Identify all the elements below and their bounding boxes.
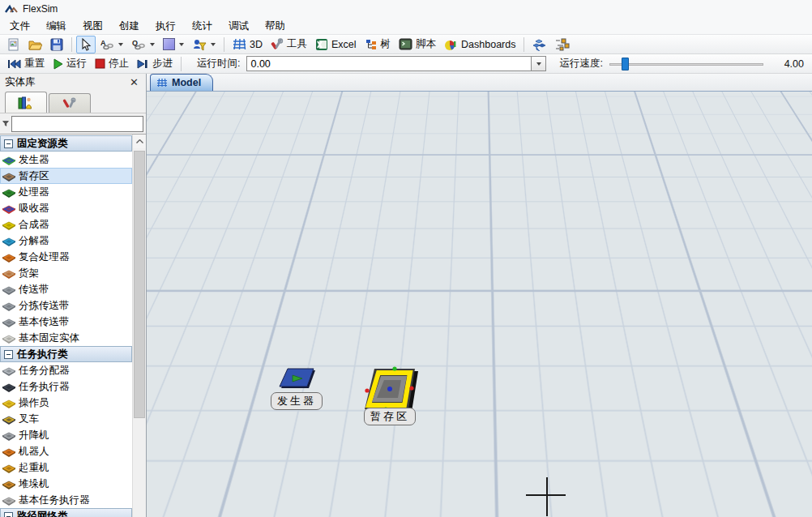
run-speed-slider[interactable] [609, 57, 763, 71]
run-time-dropdown-button[interactable] [532, 56, 546, 71]
object-source[interactable] [276, 364, 318, 391]
object-class-icon [2, 234, 16, 247]
create-object-color-button[interactable] [159, 36, 188, 53]
collapse-icon[interactable] [4, 350, 13, 359]
library-item[interactable]: 分解器 [0, 233, 132, 249]
stop-button[interactable]: 停止 [91, 55, 133, 73]
run-button[interactable]: 运行 [49, 55, 91, 73]
module-blocks-button[interactable] [528, 36, 551, 53]
object-source-label: 发生器 [271, 392, 323, 410]
menu-item-1[interactable]: 编辑 [38, 18, 75, 35]
library-item[interactable]: 分拣传送带 [0, 297, 132, 314]
view-filter-button[interactable] [188, 36, 220, 53]
library-item[interactable]: 机器人 [0, 443, 132, 459]
library-item-label: 基本传送带 [19, 315, 70, 329]
step-button[interactable]: 步进 [133, 55, 177, 73]
main-toolbar: A Q 3D 工具 Excel 树 脚本 Dashboards [0, 35, 812, 54]
object-class-icon [2, 396, 16, 409]
library-group-header[interactable]: 固定资源类 [0, 135, 132, 152]
object-class-icon [2, 218, 16, 231]
library-group-header[interactable]: 任务执行类 [0, 346, 132, 362]
menu-item-0[interactable]: 文件 [2, 18, 38, 35]
close-panel-icon[interactable]: ✕ [127, 76, 141, 88]
library-item-label: 堆垛机 [19, 477, 49, 491]
library-item[interactable]: 任务分配器 [0, 362, 132, 378]
menu-item-2[interactable]: 视图 [75, 18, 111, 35]
library-item-label: 操作员 [19, 396, 49, 410]
connect-objects-q-button[interactable]: Q [127, 36, 159, 53]
tab-model[interactable]: Model [150, 74, 213, 91]
new-model-button[interactable] [3, 36, 24, 53]
color-dropdown-caret[interactable] [179, 43, 184, 46]
library-item[interactable]: 复合处理器 [0, 249, 132, 265]
viewport-3d[interactable]: 发生器 暂存区 [147, 92, 812, 517]
object-queue-label: 暂存区 [364, 408, 416, 425]
save-button[interactable] [46, 36, 67, 53]
library-item[interactable]: 任务执行器 [0, 378, 132, 395]
object-class-icon [2, 380, 16, 393]
library-scrollbar[interactable] [132, 135, 146, 517]
view-3d-button[interactable]: 3D [229, 36, 267, 53]
collapse-icon[interactable] [4, 139, 13, 148]
menu-item-6[interactable]: 调试 [220, 18, 257, 35]
library-item[interactable]: 操作员 [0, 395, 132, 411]
tab-toolbox[interactable] [49, 93, 91, 113]
library-item[interactable]: 暂存区 [0, 168, 132, 184]
dashboards-button[interactable]: Dashboards [440, 36, 519, 53]
library-item[interactable]: 货架 [0, 265, 132, 281]
library-item[interactable]: 处理器 [0, 184, 132, 200]
library-item[interactable]: 基本任务执行器 [0, 492, 132, 508]
menubar: 文件编辑视图创建执行统计调试帮助 [0, 18, 812, 35]
library-item[interactable]: 吸收器 [0, 200, 132, 216]
tree-button[interactable]: 树 [361, 36, 395, 53]
run-speed-label: 运行速度: [559, 57, 602, 70]
collapse-icon[interactable] [4, 512, 13, 517]
library-item[interactable]: 合成器 [0, 216, 132, 233]
toolbar-separator [71, 37, 72, 52]
library-item[interactable]: 叉车 [0, 411, 132, 427]
stop-label: 停止 [109, 57, 129, 70]
reset-button[interactable]: 重置 [3, 55, 49, 73]
library-panel-header: 实体库 ✕ [0, 74, 146, 91]
scrollbar-up-arrow[interactable] [133, 135, 146, 148]
library-item[interactable]: 基本传送带 [0, 314, 132, 330]
tab-library[interactable] [5, 92, 47, 113]
connect-q-dropdown-caret[interactable] [150, 43, 155, 46]
library-item[interactable]: 基本固定实体 [0, 330, 132, 346]
object-class-icon [2, 186, 16, 199]
library-group-header[interactable]: 路径网络类 [0, 508, 132, 517]
pointer-tool-button[interactable] [76, 36, 96, 53]
menu-item-5[interactable]: 统计 [184, 18, 220, 35]
library-item[interactable]: 发生器 [0, 152, 132, 168]
menu-item-3[interactable]: 创建 [111, 18, 147, 35]
excel-button[interactable]: Excel [311, 36, 361, 53]
view-filter-dropdown-caret[interactable] [211, 43, 216, 46]
run-speed-value: 4.00 [770, 58, 804, 70]
library-item[interactable]: 传送带 [0, 281, 132, 297]
library-search-input[interactable] [11, 116, 143, 132]
script-button[interactable]: 脚本 [395, 36, 440, 53]
filter-funnel-icon [2, 118, 9, 130]
run-time-input[interactable] [246, 56, 532, 71]
scrollbar-thumb[interactable] [134, 151, 145, 418]
toolbar-separator [524, 37, 524, 52]
library-item-label: 基本任务执行器 [19, 494, 90, 507]
connect-objects-a-button[interactable]: A [96, 36, 127, 53]
window-title: FlexSim [23, 3, 58, 15]
dashboards-label: Dashboards [461, 39, 515, 50]
connect-a-dropdown-caret[interactable] [118, 43, 123, 46]
slider-handle[interactable] [622, 58, 629, 70]
object-class-icon [2, 315, 16, 328]
process-flow-button[interactable] [551, 36, 574, 53]
slider-track[interactable] [609, 63, 763, 66]
menu-item-4[interactable]: 执行 [147, 18, 184, 35]
library-filter-row [0, 113, 146, 134]
tools-label: 工具 [287, 37, 307, 51]
menu-item-7[interactable]: 帮助 [257, 18, 293, 35]
library-item[interactable]: 升降机 [0, 427, 132, 443]
open-button[interactable] [24, 36, 46, 53]
tools-button[interactable]: 工具 [267, 36, 311, 53]
library-item[interactable]: 堆垛机 [0, 476, 132, 492]
library-item-label: 暂存区 [19, 169, 49, 183]
library-item[interactable]: 起重机 [0, 459, 132, 476]
